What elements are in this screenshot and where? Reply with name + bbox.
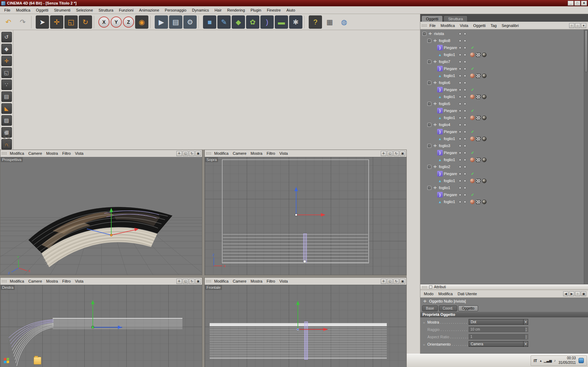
uvw-tag-icon[interactable] — [476, 74, 481, 78]
pan-view-icon[interactable]: ✛ — [176, 151, 182, 156]
phong-tag-icon[interactable] — [470, 179, 475, 183]
viewport-menu-item[interactable]: Mostra — [44, 278, 60, 284]
viewport-menu-item[interactable]: Filtro — [60, 278, 73, 284]
lock-y-axis-button[interactable]: Y — [111, 16, 122, 28]
object-label[interactable]: Piegare — [444, 109, 457, 113]
visibility-dot-bottom[interactable] — [464, 47, 466, 49]
visibility-dot-top[interactable] — [459, 47, 461, 49]
viewport-menu-item[interactable]: Modifica — [8, 278, 26, 284]
visibility-dot-bottom[interactable] — [464, 82, 466, 84]
object-row[interactable]: −✛foglio1 — [420, 184, 588, 191]
top-canvas[interactable]: Sopra — [205, 157, 406, 275]
visibility-dot-top[interactable] — [459, 159, 461, 161]
manager-tab[interactable]: Struttura — [443, 15, 467, 22]
object-axis-mode-button[interactable]: ✛ — [1, 56, 12, 66]
object-row[interactable]: ▲foglio1 — [420, 156, 588, 163]
object-row[interactable]: )Piegare✓ — [420, 170, 588, 177]
object-row[interactable]: )Piegare✓ — [420, 107, 588, 114]
phong-tag-icon[interactable] — [470, 95, 475, 99]
visibility-dot-top[interactable] — [459, 152, 461, 154]
texture-tag-icon[interactable] — [482, 53, 486, 57]
menubar-item[interactable]: Rendering — [224, 7, 248, 13]
viewport-menu-item[interactable]: Vista — [277, 151, 290, 156]
right-canvas[interactable]: Destra — [0, 285, 202, 367]
toggle-view-icon[interactable]: ▣ — [195, 151, 201, 156]
content-browser-button[interactable]: ◍ — [337, 15, 351, 29]
visibility-dots[interactable] — [459, 89, 466, 91]
object-manager-menu-item[interactable]: File — [427, 22, 438, 29]
phong-tag-icon[interactable] — [470, 53, 475, 57]
lock-z-axis-button[interactable]: Z — [123, 16, 134, 28]
viewport-menu-item[interactable]: Modifica — [8, 151, 26, 156]
object-tree[interactable]: −✛rivista−✛foglio8)Piegare✓▲foglio1−✛fog… — [420, 29, 588, 284]
zoom-view-icon[interactable]: ◱ — [387, 279, 393, 284]
orientamento-dropdown[interactable]: Camera — [469, 341, 528, 347]
hidden-icons-icon[interactable]: ▴ — [540, 359, 542, 362]
enabled-check-icon[interactable]: ✓ — [470, 129, 475, 134]
rotate-view-icon[interactable]: ↻ — [189, 151, 195, 156]
pan-view-icon[interactable]: ✛ — [381, 279, 386, 284]
home-icon[interactable]: ⌂ — [575, 23, 580, 28]
visibility-dot-bottom[interactable] — [464, 75, 466, 77]
visibility-dot-top[interactable] — [459, 201, 461, 203]
viewport-menu-item[interactable]: Filtro — [265, 151, 277, 156]
object-label[interactable]: Piegare — [444, 67, 457, 71]
zoom-view-icon[interactable]: ◱ — [183, 279, 188, 284]
viewport-menu-item[interactable]: Modifica — [212, 278, 231, 284]
attribute-tab[interactable]: Oggetto — [458, 305, 478, 311]
panel-grip[interactable] — [422, 286, 427, 289]
uvw-tag-icon[interactable] — [476, 53, 481, 57]
add-deformer-button[interactable]: ) — [260, 15, 274, 29]
visibility-dots[interactable] — [459, 180, 466, 182]
visibility-dot-bottom[interactable] — [464, 159, 466, 161]
rotate-view-icon[interactable]: ↻ — [393, 279, 399, 284]
object-label[interactable]: foglio1 — [444, 200, 455, 204]
expand-toggle[interactable]: − — [427, 123, 431, 127]
viewport-menu-item[interactable]: Modifica — [212, 151, 231, 156]
uvw-tag-icon[interactable] — [476, 95, 481, 99]
object-label[interactable]: foglio3 — [439, 144, 450, 148]
zoom-view-icon[interactable]: ◱ — [387, 151, 393, 156]
expand-toggle[interactable]: − — [427, 81, 431, 85]
add-environment-button[interactable]: ▬ — [275, 15, 288, 29]
visibility-dot-top[interactable] — [459, 89, 461, 91]
expand-toggle[interactable]: − — [427, 39, 431, 43]
menubar-item[interactable]: Aiuto — [284, 7, 298, 13]
visibility-dot-top[interactable] — [459, 61, 461, 63]
enabled-check-icon[interactable]: ✓ — [470, 150, 475, 155]
enabled-check-icon[interactable]: ✓ — [470, 87, 475, 92]
visibility-dots[interactable] — [459, 54, 466, 56]
object-row[interactable]: −✛foglio8 — [420, 37, 588, 44]
visibility-dots[interactable] — [459, 40, 466, 42]
uvw-tag-icon[interactable] — [476, 158, 481, 162]
titlebar[interactable]: CINEMA 4D (64 Bit) - [Senza Titolo 2 *] … — [0, 0, 588, 6]
viewport-menu-item[interactable]: Vista — [277, 278, 290, 284]
scale-button[interactable]: ◱ — [64, 15, 78, 29]
raggio-field[interactable]: 10 cm — [469, 327, 528, 332]
zoom-view-icon[interactable]: ◱ — [183, 151, 188, 156]
render-picture-viewer-button[interactable]: ▤ — [169, 15, 182, 29]
maximize-button[interactable]: □ — [574, 1, 580, 6]
object-label[interactable]: Piegare — [444, 130, 457, 134]
expand-toggle[interactable]: − — [422, 32, 426, 36]
visibility-dots[interactable] — [459, 145, 466, 147]
volume-icon[interactable]: ♪ — [554, 359, 556, 362]
animation-dot-icon[interactable] — [423, 320, 427, 324]
menubar-item[interactable]: Personaggio — [162, 7, 189, 13]
menubar-item[interactable]: Finestre — [264, 7, 284, 13]
panel-grip[interactable] — [206, 280, 211, 283]
edges-mode-button[interactable]: ▤ — [1, 91, 12, 102]
phong-tag-icon[interactable] — [470, 158, 475, 162]
visibility-dot-bottom[interactable] — [464, 145, 466, 147]
visibility-dots[interactable] — [459, 159, 466, 161]
visibility-dots[interactable] — [459, 187, 466, 189]
visibility-dot-bottom[interactable] — [464, 131, 466, 133]
object-label[interactable]: rivista — [434, 32, 444, 36]
object-label[interactable]: Piegare — [444, 151, 457, 155]
object-label[interactable]: foglio2 — [439, 165, 450, 169]
visibility-dots[interactable] — [459, 68, 466, 70]
object-row[interactable]: −✛foglio2 — [420, 163, 588, 170]
visibility-dot-top[interactable] — [459, 68, 461, 70]
visibility-dot-top[interactable] — [459, 138, 461, 140]
object-row[interactable]: ▲foglio1 — [420, 198, 588, 205]
